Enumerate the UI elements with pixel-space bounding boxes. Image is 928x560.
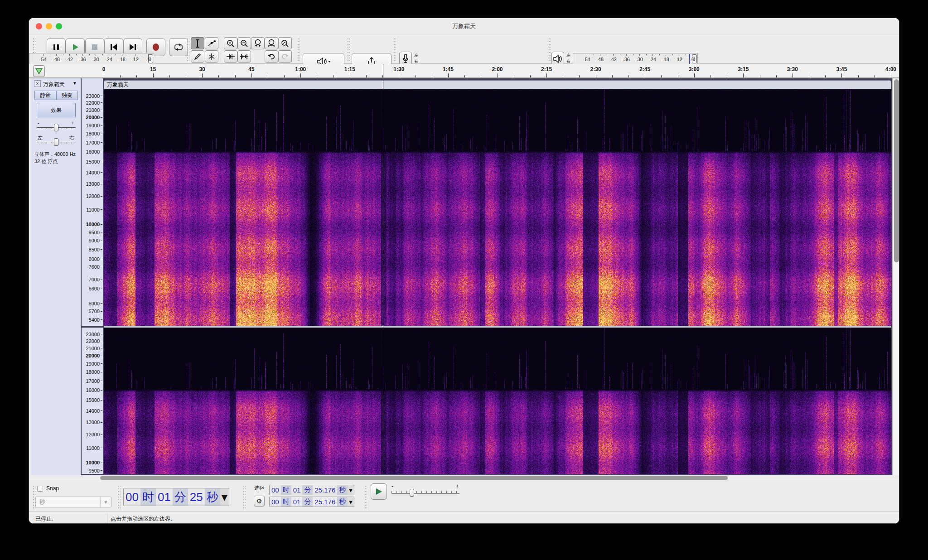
toolbar-grip[interactable] bbox=[297, 38, 300, 61]
time-digit-group[interactable]: 00 bbox=[270, 485, 281, 495]
track-close-button[interactable]: × bbox=[34, 80, 41, 87]
titlebar[interactable]: 万象霜天 bbox=[29, 18, 899, 34]
frequency-label: 6000 bbox=[89, 301, 102, 306]
meter-scale-number: -6 bbox=[146, 57, 150, 62]
meter-scale-tick bbox=[142, 54, 142, 55]
meter-scale-number: -30 bbox=[636, 57, 643, 62]
time-digit-group[interactable]: 01 bbox=[291, 497, 303, 507]
toolbar-grip[interactable] bbox=[347, 38, 350, 61]
frequency-label: 22000 bbox=[86, 338, 102, 344]
fit-project-icon bbox=[267, 39, 276, 48]
gain-slider-thumb[interactable] bbox=[54, 124, 58, 131]
meter-scale-tick bbox=[102, 54, 103, 55]
time-format-dropdown-icon[interactable]: ▾ bbox=[348, 485, 354, 495]
mute-button[interactable]: 静音 bbox=[34, 91, 56, 100]
selection-settings-button[interactable]: ⚙ bbox=[254, 496, 265, 507]
silence-audio-icon bbox=[240, 53, 249, 60]
horizontal-scrollbar-thumb[interactable] bbox=[100, 476, 728, 480]
snap-mode-combo[interactable]: 秒 ▼ bbox=[35, 497, 111, 507]
time-format-dropdown-icon[interactable]: ▾ bbox=[348, 497, 354, 507]
timeline-tick bbox=[350, 73, 350, 77]
effects-button[interactable]: 效果 bbox=[37, 103, 76, 117]
vertical-scrollbar[interactable] bbox=[892, 78, 899, 475]
gain-minus-label: - bbox=[38, 120, 39, 126]
meter-scale-tick bbox=[129, 54, 129, 55]
zoom-toggle-button[interactable] bbox=[278, 37, 292, 49]
toolbar-grip[interactable] bbox=[364, 485, 367, 508]
track-name[interactable]: 万象霜天 bbox=[43, 81, 65, 88]
track-menu-dropdown-icon[interactable]: ▼ bbox=[72, 81, 77, 86]
speed-slider-thumb[interactable] bbox=[410, 489, 414, 497]
selection-tool-button[interactable] bbox=[191, 37, 204, 49]
spectrogram-channel-1[interactable] bbox=[104, 89, 891, 326]
frequency-label: 13000 bbox=[86, 181, 102, 187]
meter-scale-tick bbox=[109, 54, 109, 56]
toolbar-grip[interactable] bbox=[118, 485, 121, 508]
timeline-tick bbox=[399, 73, 399, 77]
time-format-dropdown-icon[interactable]: ▾ bbox=[220, 488, 229, 506]
playback-meter[interactable]: -54-48-42-36-30-24-18-12-6 bbox=[573, 53, 698, 65]
draw-tool-button[interactable] bbox=[191, 50, 204, 63]
zoom-in-button[interactable] bbox=[224, 37, 237, 49]
frequency-label: 19000 bbox=[86, 361, 102, 367]
time-digit-group[interactable]: 25.176 bbox=[313, 497, 337, 507]
speed-slider-track[interactable] bbox=[392, 493, 459, 494]
time-digit-group[interactable]: 01 bbox=[156, 488, 173, 506]
timeline-tick bbox=[776, 75, 777, 77]
toolbar-grip[interactable] bbox=[187, 38, 189, 61]
frequency-ruler-channel-1[interactable]: 2300022000210002000019000180001700016000… bbox=[82, 89, 103, 326]
time-digit-group[interactable]: 25.176 bbox=[313, 485, 337, 495]
silence-audio-button[interactable] bbox=[237, 50, 251, 63]
pinned-play-head-button[interactable] bbox=[33, 65, 45, 77]
snap-mode-value: 秒 bbox=[39, 498, 45, 506]
time-digit-group[interactable]: 01 bbox=[291, 485, 303, 495]
clip-header[interactable]: 万象霜天 bbox=[104, 80, 891, 89]
loop-button[interactable] bbox=[169, 38, 188, 56]
frequency-label: 23000 bbox=[86, 332, 102, 337]
meter-scale-tick bbox=[686, 54, 686, 55]
redo-button[interactable] bbox=[278, 50, 292, 63]
toolbar-grip[interactable] bbox=[393, 38, 396, 61]
toolbar-grip[interactable] bbox=[548, 38, 551, 61]
record-meter[interactable]: -54-48-42-36-30-24-18-12-6 bbox=[29, 53, 154, 65]
selection-start-display[interactable]: 00时01分25.176秒▾ bbox=[269, 485, 354, 495]
timeline-scale[interactable]: 01530451:001:151:301:452:002:152:302:453… bbox=[104, 64, 891, 77]
frequency-label: 14000 bbox=[86, 408, 102, 414]
zoom-out-button[interactable] bbox=[237, 37, 251, 49]
toolbar-grip[interactable] bbox=[243, 485, 246, 508]
meter-scale-tick bbox=[148, 54, 149, 56]
multi-tool-button[interactable] bbox=[205, 50, 218, 63]
meter-scale-tick bbox=[135, 54, 135, 56]
undo-button[interactable] bbox=[265, 50, 278, 63]
spectrogram-channel-2[interactable] bbox=[104, 328, 891, 474]
trim-audio-button[interactable] bbox=[224, 50, 237, 63]
horizontal-scrollbar[interactable] bbox=[31, 475, 892, 481]
zoom-to-selection-button[interactable] bbox=[251, 37, 265, 49]
chevron-down-icon[interactable]: ▼ bbox=[100, 497, 111, 507]
play-at-speed-button[interactable] bbox=[371, 483, 387, 500]
vertical-scrollbar-thumb[interactable] bbox=[894, 79, 899, 262]
timeline-label: 2:15 bbox=[541, 66, 552, 72]
pan-slider-thumb[interactable] bbox=[54, 138, 58, 146]
selection-end-display[interactable]: 00时01分25.176秒▾ bbox=[269, 497, 354, 507]
frequency-label: 23000 bbox=[86, 93, 102, 99]
stop-icon bbox=[91, 43, 98, 51]
solo-button[interactable]: 独奏 bbox=[56, 91, 78, 100]
fit-project-button[interactable] bbox=[265, 37, 278, 49]
envelope-tool-button[interactable] bbox=[205, 37, 218, 49]
timeline-tick bbox=[596, 73, 596, 77]
time-digit-group[interactable]: 00 bbox=[270, 497, 281, 507]
timeline-label: 30 bbox=[199, 66, 205, 72]
snap-checkbox[interactable] bbox=[37, 486, 43, 492]
frequency-ruler-channel-2[interactable]: 2300022000210002000019000180001700016000… bbox=[82, 328, 103, 474]
time-digit-group[interactable]: 25 bbox=[188, 488, 205, 506]
meter-scale-number: -42 bbox=[609, 57, 617, 62]
frequency-label: 16000 bbox=[86, 149, 102, 154]
timeline-tick bbox=[628, 75, 629, 77]
time-unit-label: 时 bbox=[281, 485, 291, 495]
track-control-panel[interactable]: × 万象霜天 ▼ 静音 独奏 效果 - + 左 右 立体声，48000 Hz 3… bbox=[31, 78, 81, 475]
frequency-label: 12000 bbox=[86, 432, 102, 437]
audio-position-display[interactable]: 00时01分25秒▾ bbox=[123, 488, 229, 506]
time-digit-group[interactable]: 00 bbox=[124, 488, 140, 506]
timeline-ruler[interactable]: 01530451:001:151:301:452:002:152:302:453… bbox=[29, 64, 899, 78]
